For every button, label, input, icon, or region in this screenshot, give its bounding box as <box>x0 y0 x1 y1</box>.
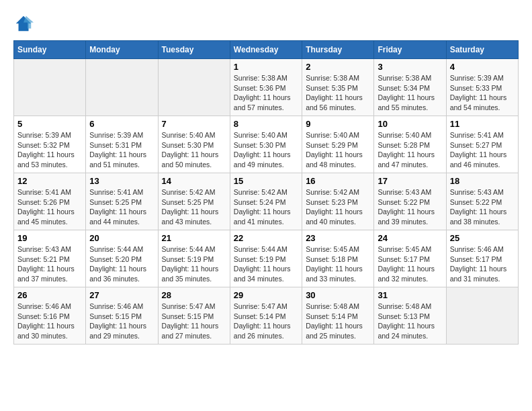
day-info: Sunrise: 5:42 AM Sunset: 5:25 PM Dayligh… <box>162 187 226 227</box>
sunrise-text: Sunrise: 5:43 AM <box>17 244 82 255</box>
calendar-header: SundayMondayTuesdayWednesdayThursdayFrid… <box>14 41 519 59</box>
day-info: Sunrise: 5:41 AM Sunset: 5:25 PM Dayligh… <box>89 187 154 227</box>
calendar-cell: 5 Sunrise: 5:39 AM Sunset: 5:32 PM Dayli… <box>14 116 86 173</box>
day-number: 10 <box>378 119 442 129</box>
calendar-cell: 4 Sunrise: 5:39 AM Sunset: 5:33 PM Dayli… <box>446 59 518 116</box>
logo <box>13 13 36 34</box>
sunrise-text: Sunrise: 5:42 AM <box>306 187 370 197</box>
sunrise-text: Sunrise: 5:47 AM <box>234 302 298 312</box>
day-number: 31 <box>378 290 442 300</box>
weekday-header-monday: Monday <box>86 41 158 59</box>
calendar-cell: 31 Sunrise: 5:48 AM Sunset: 5:13 PM Dayl… <box>374 287 446 345</box>
sunrise-text: Sunrise: 5:46 AM <box>89 302 154 312</box>
day-number: 24 <box>378 233 442 243</box>
sunset-text: Sunset: 5:34 PM <box>378 83 442 93</box>
sunrise-text: Sunrise: 5:40 AM <box>162 130 226 140</box>
calendar-cell: 30 Sunrise: 5:48 AM Sunset: 5:14 PM Dayl… <box>302 287 374 345</box>
daylight-text: Daylight: 11 hours and 44 minutes. <box>89 207 154 226</box>
day-info: Sunrise: 5:41 AM Sunset: 5:27 PM Dayligh… <box>450 130 515 170</box>
sunrise-text: Sunrise: 5:40 AM <box>306 130 370 140</box>
sunrise-text: Sunrise: 5:39 AM <box>89 130 154 140</box>
sunrise-text: Sunrise: 5:44 AM <box>162 244 226 255</box>
weekday-header-row: SundayMondayTuesdayWednesdayThursdayFrid… <box>14 41 519 59</box>
weekday-header-saturday: Saturday <box>446 41 518 59</box>
day-info: Sunrise: 5:39 AM Sunset: 5:31 PM Dayligh… <box>89 130 154 170</box>
sunset-text: Sunset: 5:21 PM <box>17 255 82 265</box>
calendar-cell: 12 Sunrise: 5:41 AM Sunset: 5:26 PM Dayl… <box>14 173 86 230</box>
calendar-week-5: 26 Sunrise: 5:46 AM Sunset: 5:16 PM Dayl… <box>14 287 519 345</box>
day-number: 30 <box>306 290 370 300</box>
sunset-text: Sunset: 5:18 PM <box>306 255 370 265</box>
daylight-text: Daylight: 11 hours and 45 minutes. <box>17 207 82 226</box>
day-info: Sunrise: 5:44 AM Sunset: 5:20 PM Dayligh… <box>89 244 154 284</box>
calendar-cell: 26 Sunrise: 5:46 AM Sunset: 5:16 PM Dayl… <box>14 287 86 345</box>
weekday-header-wednesday: Wednesday <box>230 41 302 59</box>
day-info: Sunrise: 5:38 AM Sunset: 5:36 PM Dayligh… <box>234 73 298 113</box>
sunrise-text: Sunrise: 5:43 AM <box>450 187 515 197</box>
sunset-text: Sunset: 5:22 PM <box>450 197 515 208</box>
calendar-cell: 23 Sunrise: 5:45 AM Sunset: 5:18 PM Dayl… <box>302 230 374 287</box>
daylight-text: Daylight: 11 hours and 55 minutes. <box>378 93 442 112</box>
sunrise-text: Sunrise: 5:46 AM <box>450 244 515 255</box>
calendar-cell <box>158 59 230 116</box>
day-number: 25 <box>450 233 515 243</box>
day-info: Sunrise: 5:46 AM Sunset: 5:15 PM Dayligh… <box>89 302 154 341</box>
daylight-text: Daylight: 11 hours and 29 minutes. <box>89 321 154 340</box>
sunset-text: Sunset: 5:27 PM <box>450 140 515 150</box>
daylight-text: Daylight: 11 hours and 53 minutes. <box>17 150 82 169</box>
sunset-text: Sunset: 5:31 PM <box>89 140 154 150</box>
daylight-text: Daylight: 11 hours and 46 minutes. <box>450 150 515 169</box>
day-number: 20 <box>89 233 154 243</box>
day-info: Sunrise: 5:40 AM Sunset: 5:28 PM Dayligh… <box>378 130 442 170</box>
day-info: Sunrise: 5:46 AM Sunset: 5:17 PM Dayligh… <box>450 244 515 284</box>
day-info: Sunrise: 5:44 AM Sunset: 5:19 PM Dayligh… <box>234 244 298 284</box>
sunrise-text: Sunrise: 5:38 AM <box>306 73 370 83</box>
calendar-week-1: 1 Sunrise: 5:38 AM Sunset: 5:36 PM Dayli… <box>14 59 519 116</box>
sunset-text: Sunset: 5:19 PM <box>234 255 298 265</box>
day-number: 4 <box>450 62 515 72</box>
daylight-text: Daylight: 11 hours and 41 minutes. <box>234 207 298 226</box>
sunset-text: Sunset: 5:28 PM <box>378 140 442 150</box>
sunset-text: Sunset: 5:16 PM <box>17 312 82 322</box>
day-info: Sunrise: 5:45 AM Sunset: 5:18 PM Dayligh… <box>306 244 370 284</box>
sunset-text: Sunset: 5:32 PM <box>17 140 82 150</box>
daylight-text: Daylight: 11 hours and 30 minutes. <box>17 321 82 340</box>
daylight-text: Daylight: 11 hours and 31 minutes. <box>450 264 515 283</box>
sunrise-text: Sunrise: 5:47 AM <box>162 302 226 312</box>
sunrise-text: Sunrise: 5:43 AM <box>378 187 442 197</box>
sunrise-text: Sunrise: 5:39 AM <box>450 73 515 83</box>
day-number: 21 <box>162 233 226 243</box>
sunrise-text: Sunrise: 5:48 AM <box>378 302 442 312</box>
day-number: 3 <box>378 62 442 72</box>
daylight-text: Daylight: 11 hours and 34 minutes. <box>234 264 298 283</box>
daylight-text: Daylight: 11 hours and 33 minutes. <box>306 264 370 283</box>
sunrise-text: Sunrise: 5:41 AM <box>17 187 82 197</box>
calendar-table: SundayMondayTuesdayWednesdayThursdayFrid… <box>13 40 519 345</box>
day-number: 22 <box>234 233 298 243</box>
sunrise-text: Sunrise: 5:39 AM <box>17 130 82 140</box>
day-number: 6 <box>89 119 154 129</box>
sunrise-text: Sunrise: 5:40 AM <box>234 130 298 140</box>
calendar-cell <box>14 59 86 116</box>
sunset-text: Sunset: 5:23 PM <box>306 197 370 208</box>
weekday-header-thursday: Thursday <box>302 41 374 59</box>
sunset-text: Sunset: 5:29 PM <box>306 140 370 150</box>
weekday-header-tuesday: Tuesday <box>158 41 230 59</box>
day-info: Sunrise: 5:42 AM Sunset: 5:24 PM Dayligh… <box>234 187 298 227</box>
day-number: 16 <box>306 176 370 186</box>
sunset-text: Sunset: 5:14 PM <box>234 312 298 322</box>
calendar-cell: 1 Sunrise: 5:38 AM Sunset: 5:36 PM Dayli… <box>230 59 302 116</box>
logo-icon <box>13 13 34 34</box>
daylight-text: Daylight: 11 hours and 51 minutes. <box>89 150 154 169</box>
day-number: 13 <box>89 176 154 186</box>
daylight-text: Daylight: 11 hours and 37 minutes. <box>17 264 82 283</box>
calendar-cell: 15 Sunrise: 5:42 AM Sunset: 5:24 PM Dayl… <box>230 173 302 230</box>
calendar-cell: 21 Sunrise: 5:44 AM Sunset: 5:19 PM Dayl… <box>158 230 230 287</box>
day-number: 12 <box>17 176 82 186</box>
day-number: 15 <box>234 176 298 186</box>
calendar-cell: 13 Sunrise: 5:41 AM Sunset: 5:25 PM Dayl… <box>86 173 158 230</box>
day-number: 2 <box>306 62 370 72</box>
day-number: 5 <box>17 119 82 129</box>
day-number: 26 <box>17 290 82 300</box>
sunset-text: Sunset: 5:26 PM <box>17 197 82 208</box>
